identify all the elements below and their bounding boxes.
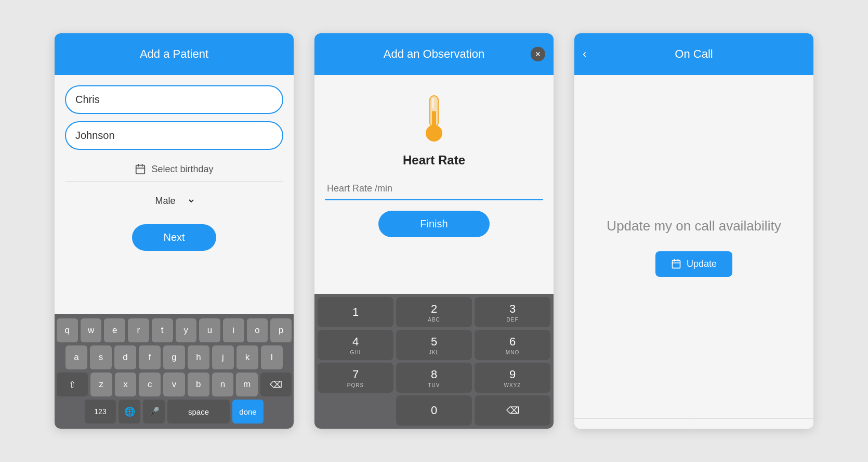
update-button-label: Update xyxy=(687,259,717,270)
on-call-content: Update my on call availability Update xyxy=(574,75,813,418)
key-g[interactable]: g xyxy=(163,345,185,369)
on-call-title: On Call xyxy=(675,47,713,61)
key-123[interactable]: 123 xyxy=(85,400,116,424)
key-a[interactable]: a xyxy=(65,345,87,369)
keyboard-row-2: a s d f g h j k l xyxy=(57,345,292,369)
num-key-2[interactable]: 2ABC xyxy=(396,297,472,327)
close-button[interactable]: ✕ xyxy=(531,47,545,61)
num-key-9[interactable]: 9WXYZ xyxy=(475,363,550,393)
key-backspace[interactable]: ⌫ xyxy=(260,373,292,396)
key-e[interactable]: e xyxy=(104,318,125,342)
key-j[interactable]: j xyxy=(212,345,234,369)
key-space[interactable]: space xyxy=(167,400,230,424)
add-observation-header: Add an Observation ✕ xyxy=(314,33,554,75)
last-name-input[interactable] xyxy=(65,121,283,150)
finish-button[interactable]: Finish xyxy=(378,211,489,237)
key-f[interactable]: f xyxy=(139,345,161,369)
keyboard-row-4: 123 🌐 🎤 space done xyxy=(57,400,292,424)
key-globe[interactable]: 🌐 xyxy=(119,400,140,424)
key-n[interactable]: n xyxy=(212,373,234,396)
add-observation-panel: Add an Observation ✕ Heart Rate Finish xyxy=(314,33,554,429)
key-h[interactable]: h xyxy=(188,345,209,369)
key-done[interactable]: done xyxy=(232,400,264,424)
key-s[interactable]: s xyxy=(90,345,112,369)
key-y[interactable]: y xyxy=(176,318,197,342)
svg-point-7 xyxy=(426,125,442,142)
back-button[interactable]: ‹ xyxy=(583,47,586,61)
num-key-1[interactable]: 1 xyxy=(318,297,393,327)
add-observation-title: Add an Observation xyxy=(384,47,484,61)
key-o[interactable]: o xyxy=(247,318,268,342)
key-q[interactable]: q xyxy=(57,318,78,342)
on-call-panel: ‹ On Call Update my on call availability… xyxy=(574,33,813,429)
keyboard-row-3: ⇧ z x c v b n m ⌫ xyxy=(57,373,292,396)
next-button[interactable]: Next xyxy=(132,224,216,251)
key-d[interactable]: d xyxy=(114,345,136,369)
add-patient-panel: Add a Patient Select birthday Male Femal… xyxy=(55,33,294,429)
svg-rect-0 xyxy=(136,165,145,174)
key-v[interactable]: v xyxy=(163,373,185,396)
observation-type-label: Heart Rate xyxy=(403,153,465,168)
num-key-7[interactable]: 7PQRS xyxy=(318,363,393,393)
key-w[interactable]: w xyxy=(81,318,102,342)
key-mic[interactable]: 🎤 xyxy=(143,400,165,424)
on-call-message: Update my on call availability xyxy=(607,216,781,235)
key-l[interactable]: l xyxy=(261,345,283,369)
gender-row: Male Female Other xyxy=(65,189,283,213)
key-u[interactable]: u xyxy=(199,318,220,342)
heart-rate-input[interactable] xyxy=(325,178,543,200)
num-key-0[interactable]: 0 xyxy=(396,395,472,426)
on-call-header: ‹ On Call xyxy=(574,33,813,75)
svg-rect-9 xyxy=(672,261,680,268)
key-m[interactable]: m xyxy=(236,373,258,396)
num-key-6[interactable]: 6MNO xyxy=(475,330,550,360)
numpad-keyboard: 1 2ABC 3DEF 4GHI 5JKL 6MNO 7PQRS 8TUV 9W… xyxy=(314,294,554,429)
calendar-icon xyxy=(135,163,146,175)
key-k[interactable]: k xyxy=(236,345,258,369)
thermometer-icon xyxy=(416,91,452,148)
key-x[interactable]: x xyxy=(115,373,137,396)
key-t[interactable]: t xyxy=(152,318,173,342)
observation-content: Heart Rate Finish xyxy=(314,75,554,294)
observation-input-container xyxy=(325,178,543,200)
key-shift[interactable]: ⇧ xyxy=(57,373,88,396)
key-z[interactable]: z xyxy=(90,373,112,396)
on-call-footer: · xyxy=(574,418,813,429)
numpad-grid: 1 2ABC 3DEF 4GHI 5JKL 6MNO 7PQRS 8TUV 9W… xyxy=(318,297,550,426)
num-key-8[interactable]: 8TUV xyxy=(396,363,472,393)
key-p[interactable]: p xyxy=(270,318,292,342)
num-key-empty xyxy=(318,395,393,426)
birthday-row[interactable]: Select birthday xyxy=(65,157,283,182)
add-patient-title: Add a Patient xyxy=(140,47,208,61)
num-key-3[interactable]: 3DEF xyxy=(475,297,550,327)
num-key-4[interactable]: 4GHI xyxy=(318,330,393,360)
gender-select[interactable]: Male Female Other xyxy=(153,195,195,207)
key-r[interactable]: r xyxy=(128,318,149,342)
add-patient-form: Select birthday Male Female Other Next xyxy=(55,75,294,314)
add-patient-header: Add a Patient xyxy=(55,33,294,75)
key-i[interactable]: i xyxy=(223,318,244,342)
birthday-label: Select birthday xyxy=(151,164,213,175)
key-c[interactable]: c xyxy=(139,373,161,396)
num-key-backspace[interactable]: ⌫ xyxy=(475,395,550,426)
keyboard-row-1: q w e r t y u i o p xyxy=(57,318,292,342)
keyboard: q w e r t y u i o p a s d f g h j k l ⇧ … xyxy=(55,314,294,429)
calendar-icon xyxy=(671,259,681,269)
svg-rect-8 xyxy=(432,98,434,108)
first-name-input[interactable] xyxy=(65,85,283,114)
update-button[interactable]: Update xyxy=(655,251,732,277)
num-key-5[interactable]: 5JKL xyxy=(396,330,472,360)
key-b[interactable]: b xyxy=(188,373,209,396)
